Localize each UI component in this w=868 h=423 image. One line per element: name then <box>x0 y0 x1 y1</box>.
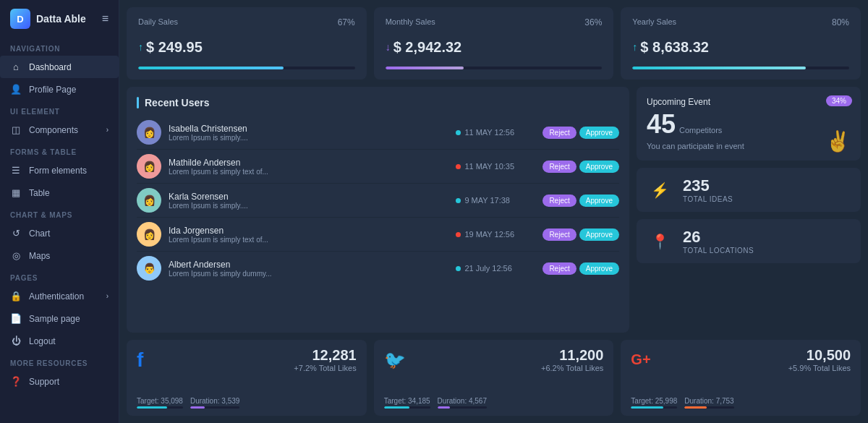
sidebar-item-sample[interactable]: 📄 Sample page <box>0 307 119 330</box>
facebook-target: Target: 35,098 <box>137 397 183 409</box>
hamburger-menu[interactable]: ≡ <box>102 12 109 25</box>
sidebar-item-maps[interactable]: ◎ Maps <box>0 244 119 267</box>
upcoming-event-card: Upcoming Event 34% 45 Competitors You ca… <box>637 87 861 161</box>
lightning-icon: ⚡ <box>647 177 673 203</box>
table-row: 👩 Karla Sorensen Lorem Ipsum is simply..… <box>137 184 619 218</box>
target-bar-bg <box>384 406 430 409</box>
duration-bar-fill <box>684 406 707 409</box>
approve-button[interactable]: Approve <box>579 195 619 207</box>
daily-sales-bar <box>138 67 284 69</box>
user-name: Mathilde Andersen <box>169 158 448 168</box>
daily-sales-percent: 67% <box>338 17 355 27</box>
sidebar-item-support[interactable]: ❓ Support <box>0 370 119 393</box>
action-buttons: Reject Approve <box>542 228 619 241</box>
sidebar-item-label: Chart <box>29 228 50 239</box>
twitter-number: 11,200 <box>541 347 603 364</box>
total-ideas-card: ⚡ 235 TOTAL IDEAS <box>637 168 861 212</box>
sidebar-item-form-elements[interactable]: ☰ Form elements <box>0 159 119 181</box>
sidebar-item-label: Dashboard <box>29 62 72 72</box>
user-date: 11 MAY 10:35 <box>456 162 535 171</box>
avatar: 👨 <box>137 256 161 281</box>
target-bar-fill <box>384 406 409 409</box>
user-date: 9 MAY 17:38 <box>456 196 535 205</box>
main-content: Daily Sales 67% ↑ $ 249.95 Monthly Sales… <box>119 0 868 423</box>
sidebar-content: NAVIGATION ⌂ Dashboard 👤 Profile Page UI… <box>0 38 119 423</box>
sidebar-item-label: Logout <box>29 336 56 346</box>
approve-button[interactable]: Approve <box>579 161 619 173</box>
twitter-icon: 🐦 <box>384 350 406 370</box>
duration-bar-row <box>190 406 239 409</box>
table-icon: ▦ <box>10 187 22 198</box>
twitter-card: 🐦 11,200 +6.2% Total Likes Target: 34,18… <box>374 340 614 416</box>
user-name: Karla Sorensen <box>169 192 448 202</box>
reject-button[interactable]: Reject <box>542 195 576 207</box>
user-info: Isabella Christensen Lorem Ipsum is simp… <box>169 124 448 142</box>
action-buttons: Reject Approve <box>542 161 619 173</box>
duration-bar-bg <box>190 406 239 409</box>
monthly-sales-percent: 36% <box>584 17 602 27</box>
user-date: 19 MAY 12:56 <box>456 230 535 239</box>
recent-users-card: Recent Users 👩 Isabella Christensen Lore… <box>127 87 629 333</box>
event-competitors-label: Competitors <box>679 126 722 134</box>
title-bar-decoration <box>137 97 139 108</box>
event-title: Upcoming Event <box>647 97 851 107</box>
chevron-right-icon: › <box>106 292 109 300</box>
googleplus-number: 10,500 <box>788 347 851 364</box>
sidebar-item-label: Profile Page <box>29 85 76 95</box>
location-pin-icon: 📍 <box>647 228 673 255</box>
reject-button[interactable]: Reject <box>542 262 576 275</box>
duration-bar-row <box>438 406 487 409</box>
reject-button[interactable]: Reject <box>542 228 576 241</box>
action-buttons: Reject Approve <box>542 195 619 207</box>
sidebar-item-label: Components <box>29 125 78 135</box>
action-buttons: Reject Approve <box>542 262 619 275</box>
event-badge: 34% <box>826 95 852 106</box>
sidebar-item-table[interactable]: ▦ Table <box>0 181 119 204</box>
sidebar-item-label: Authentication <box>29 291 84 302</box>
sidebar-item-chart[interactable]: ↺ Chart <box>0 222 119 244</box>
reject-button[interactable]: Reject <box>542 161 576 173</box>
approve-button[interactable]: Approve <box>579 228 619 241</box>
yearly-sales-label: Yearly Sales <box>632 17 676 26</box>
googleplus-card: G+ 10,500 +5.9% Total Likes Target: 25,9… <box>621 340 861 416</box>
facebook-duration: Duration: 3,539 <box>190 397 239 409</box>
page-icon: 📄 <box>10 313 22 324</box>
sidebar: D Datta Able ≡ NAVIGATION ⌂ Dashboard 👤 … <box>0 0 119 423</box>
user-name: Isabella Christensen <box>169 124 448 134</box>
googleplus-duration: Duration: 7,753 <box>684 397 733 409</box>
approve-button[interactable]: Approve <box>579 127 619 139</box>
sidebar-item-logout[interactable]: ⏻ Logout <box>0 330 119 352</box>
user-info: Mathilde Andersen Lorem Ipsum is simply … <box>169 158 448 176</box>
total-locations-value: 26 <box>683 228 754 247</box>
user-name: Albert Andersen <box>169 260 448 270</box>
yearly-sales-percent: 80% <box>832 17 849 27</box>
monthly-sales-label: Monthly Sales <box>386 17 435 26</box>
status-dot-red <box>456 164 461 169</box>
sidebar-item-label: Table <box>29 188 50 198</box>
target-bar-row <box>631 406 677 409</box>
table-row: 👩 Isabella Christensen Lorem Ipsum is si… <box>137 116 619 150</box>
sidebar-item-label: Support <box>29 377 59 387</box>
sidebar-item-dashboard[interactable]: ⌂ Dashboard <box>0 56 119 78</box>
reject-button[interactable]: Reject <box>542 127 576 139</box>
nav-section-ui: UI ELEMENT <box>0 101 119 119</box>
logout-icon: ⏻ <box>10 336 22 346</box>
nav-section-forms: FORMS & TABLE <box>0 141 119 159</box>
twitter-growth: +6.2% Total Likes <box>541 364 603 372</box>
yearly-sales-card: Yearly Sales 80% ↑ $ 8,638.32 <box>621 7 861 80</box>
event-sub-text: You can participate in event <box>647 142 851 150</box>
sidebar-item-authentication[interactable]: 🔒 Authentication › <box>0 285 119 307</box>
facebook-growth: +7.2% Total Likes <box>294 364 356 372</box>
sidebar-item-components[interactable]: ◫ Components › <box>0 119 119 141</box>
yearly-sales-bar <box>632 67 806 69</box>
user-date: 21 July 12:56 <box>456 264 535 273</box>
duration-bar-fill <box>190 406 205 409</box>
facebook-number: 12,281 <box>294 347 356 364</box>
social-card-top: 🐦 11,200 +6.2% Total Likes <box>384 347 604 372</box>
duration-bar-bg <box>684 406 733 409</box>
target-bar-row <box>384 406 430 409</box>
sidebar-item-profile[interactable]: 👤 Profile Page <box>0 78 119 101</box>
approve-button[interactable]: Approve <box>579 262 619 275</box>
total-ideas-info: 235 TOTAL IDEAS <box>683 176 733 203</box>
recent-users-title: Recent Users <box>137 97 619 108</box>
